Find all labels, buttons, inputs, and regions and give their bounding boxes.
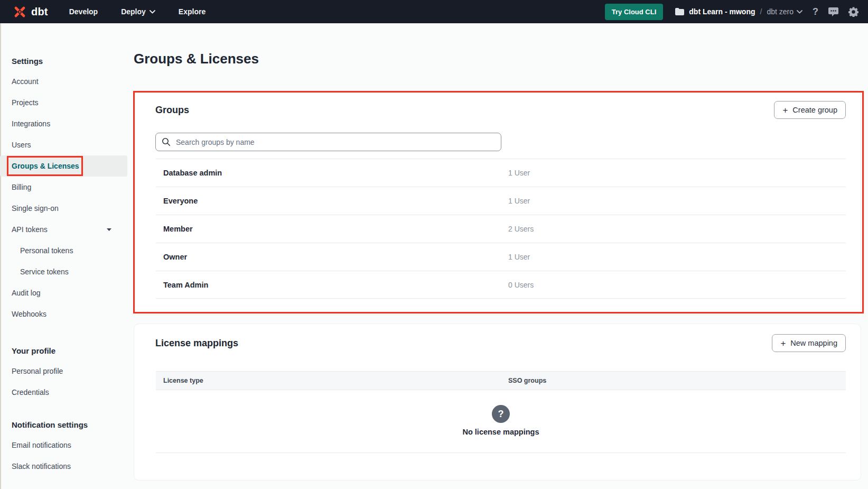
search-groups-input[interactable] [155,133,501,151]
sidebar-item-email-notifications[interactable]: Email notifications [0,435,127,456]
license-empty-state: ? No license mappings [156,390,846,453]
column-license-type: License type [163,377,203,384]
new-mapping-button[interactable]: + New mapping [772,334,846,352]
group-user-count: 2 Users [508,225,534,233]
sidebar-item-billing[interactable]: Billing [0,177,127,198]
group-name: Team Admin [163,281,208,289]
question-circle-icon: ? [492,405,510,423]
sidebar-item-personal-tokens[interactable]: Personal tokens [0,240,127,261]
group-row[interactable]: Database admin 1 User [156,159,846,187]
top-navbar: dbt Develop Deploy Explore Try Cloud CLI… [0,0,868,23]
dbt-logo[interactable]: dbt [13,5,48,19]
group-user-count: 1 User [508,197,530,205]
navbar-right: Try Cloud CLI dbt Learn - mwong / dbt ze… [605,4,858,20]
license-mappings-section: License mappings + New mapping License t… [134,324,861,481]
sidebar-item-integrations[interactable]: Integrations [0,113,127,134]
empty-state-label: No license mappings [156,428,846,436]
group-name: Owner [163,253,187,261]
group-row[interactable]: Everyone 1 User [156,187,846,215]
sidebar-heading-settings: Settings [0,56,127,67]
main-content: Groups & Licenses Groups + Create group … [127,23,868,489]
page-title: Groups & Licenses [134,51,259,67]
nav-item-explore[interactable]: Explore [179,7,206,16]
gear-icon[interactable] [848,7,858,17]
sidebar-item-single-sign-on[interactable]: Single sign-on [0,198,127,219]
caret-down-icon [107,228,111,231]
nav-item-deploy[interactable]: Deploy [121,7,155,16]
license-mappings-heading: License mappings [155,338,238,349]
account-project-switcher: dbt Learn - mwong / dbt zero [675,7,802,16]
sidebar-heading-your-profile: Your profile [0,346,127,356]
sidebar-item-api-tokens[interactable]: API tokens [0,219,127,240]
settings-sidebar: Settings Account Projects Integrations U… [0,23,127,489]
sidebar-item-audit-log[interactable]: Audit log [0,282,127,303]
sidebar-item-users[interactable]: Users [0,134,127,155]
sidebar-item-personal-profile[interactable]: Personal profile [0,361,127,382]
group-row[interactable]: Owner 1 User [156,243,846,271]
plus-icon: + [780,339,786,348]
create-group-button[interactable]: + Create group [774,101,846,119]
column-sso-groups: SSO groups [508,377,546,384]
chevron-down-icon [150,10,155,14]
group-user-count: 1 User [508,169,530,177]
group-user-count: 0 Users [508,281,534,289]
group-user-count: 1 User [508,253,530,261]
sidebar-item-groups-licenses[interactable]: Groups & Licenses [0,155,127,177]
try-cloud-cli-button[interactable]: Try Cloud CLI [605,4,664,20]
groups-table: Database admin 1 User Everyone 1 User Me… [156,159,846,299]
brand-name: dbt [31,6,48,18]
account-name[interactable]: dbt Learn - mwong [689,7,755,16]
breadcrumb-separator: / [760,7,762,16]
group-name: Everyone [163,197,198,205]
project-selector[interactable]: dbt zero [767,7,802,16]
sidebar-item-credentials[interactable]: Credentials [0,382,127,403]
sidebar-item-service-tokens[interactable]: Service tokens [0,261,127,282]
feedback-chat-icon[interactable] [828,7,838,16]
nav-item-develop[interactable]: Develop [69,7,98,16]
sidebar-item-projects[interactable]: Projects [0,92,127,113]
plus-icon: + [782,106,788,115]
help-icon[interactable]: ? [813,6,818,17]
folder-icon [675,8,684,15]
license-table-header: License type SSO groups [156,371,846,390]
groups-search [155,133,501,151]
nav-links: Develop Deploy Explore [69,7,206,16]
groups-heading: Groups [155,105,189,116]
sidebar-item-slack-notifications[interactable]: Slack notifications [0,456,127,477]
chevron-down-icon [797,10,802,14]
group-row[interactable]: Member 2 Users [156,215,846,243]
groups-section: Groups + Create group Database admin 1 U… [134,90,861,315]
sidebar-item-webhooks[interactable]: Webhooks [0,303,127,325]
sidebar-heading-notification-settings: Notification settings [0,420,127,430]
group-name: Database admin [163,169,222,177]
sidebar-item-account[interactable]: Account [0,71,127,92]
dbt-logo-icon [13,5,27,19]
group-name: Member [163,225,193,233]
group-row[interactable]: Team Admin 0 Users [156,271,846,299]
